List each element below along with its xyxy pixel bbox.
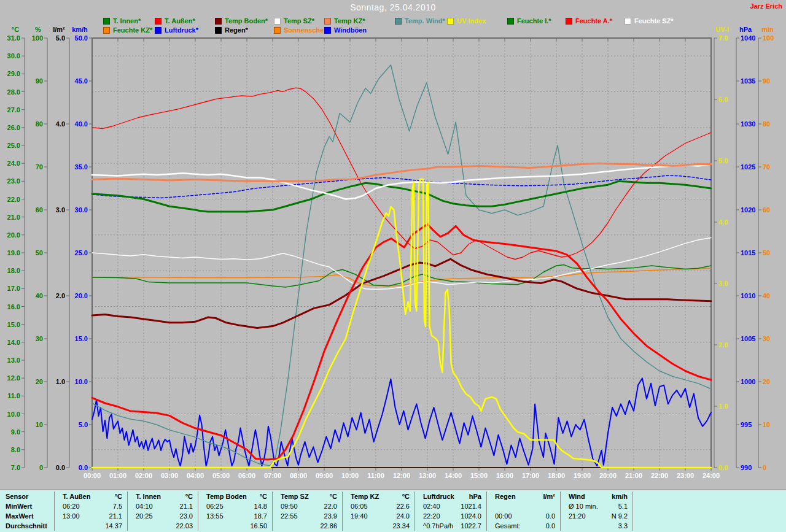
axis-tick-label-kmh: 20.0 [75,292,88,299]
x-axis-label: 16:00 [496,472,513,479]
row-label: Durchschnitt [0,522,54,530]
axis-tick-label-c: 20.0 [7,231,20,239]
x-axis-label: 00:00 [84,472,101,479]
stat-time: 19:40 [351,512,368,520]
axis-tick-label-hpa: 1025 [741,163,755,171]
stat-value: 21.1 [180,503,193,510]
stat-time: 04:10 [136,503,153,510]
stat-time: 02:40 [423,503,440,510]
stat-cell-wind: Windkm/h [560,492,632,501]
x-axis-label: 20:00 [599,472,617,479]
stat-time: Regen [495,493,516,500]
axis-tick-label-lm2: 5.0 [56,34,65,42]
series-line-feuchte-kz [92,268,711,286]
axis-tick-label-c: 10.0 [7,411,20,418]
stat-value: 1024.0 [461,512,481,520]
axis-tick-label-c: 21.0 [7,214,20,221]
stat-time: Temp KZ [351,493,379,500]
series-line-temp-aussen [92,224,711,460]
legend-color-box [103,27,110,34]
axis-tick-label-kmh: 10.0 [75,378,88,385]
stat-value: 22.86 [320,522,337,530]
legend-item-feuchte-a: Feuchte A.* [566,17,612,25]
legend-label: Windböen [334,26,367,34]
axis-tick-label-c: 15.0 [7,321,20,328]
legend-color-box [155,27,161,34]
x-axis-label: 02:00 [135,472,152,479]
x-axis-label: 09:00 [316,472,333,479]
axis-tick-label-c: 28.0 [7,88,20,96]
axis-tick-label-lm2: 2.0 [56,292,65,299]
stat-value: 23.9 [324,512,337,520]
axis-tick-label-kmh: 5.0 [79,421,88,428]
stat-time: Luftdruck [423,493,454,500]
legend-color-box [625,18,631,25]
legend-label: Feuchte SZ* [634,17,674,25]
stat-cell-temp-sz: Temp SZ°C [272,492,342,501]
x-axis-label: 18:00 [548,472,565,479]
series-line-feuchte-a [92,88,711,259]
stat-value: l/m² [543,493,555,500]
stat-cell-regen [486,501,560,511]
stat-cell-temp-kz: 23.34 [342,521,414,531]
legend-color-box [324,18,331,25]
axis-tick-label-c: 11.0 [7,392,20,399]
stat-value: 3.3 [618,522,628,530]
legend-row-2: Feuchte KZ*Luftdruck*Regen*SonnenscheinW… [0,26,786,34]
legend-item-feuchte-i: Feuchte I.* [507,17,551,25]
stat-value: °C [260,493,267,500]
axis-tick-label-uv: 5.0 [718,157,728,164]
x-axis-label: 05:00 [212,472,230,479]
stat-cell-temp-sz: 22.86 [272,521,342,531]
stat-value: 0.0 [546,522,555,530]
axis-tick-label-min: 60 [763,206,770,214]
table-filler [632,521,786,531]
axis-tick-label-lm2: 4.0 [56,120,65,128]
axis-tick-label-hpa: 1020 [741,206,755,214]
stat-cell-temp-kz: 06:0522.6 [342,501,414,511]
row-label: Sensor [0,493,54,500]
stat-cell-t-innen: T. Innen°C [127,492,198,501]
axis-tick-label-min: 40 [763,292,770,299]
x-axis-label: 14:00 [445,472,462,479]
series-line-temp-wind [92,65,711,466]
stat-cell-t-au-en: 06:207.5 [54,501,127,511]
axis-tick-label-uv: 4.0 [718,218,728,226]
stat-value: °C [185,493,193,500]
axis-tick-label-c: 26.0 [7,124,20,131]
axis-tick-label-pct: 70 [36,163,43,171]
stat-cell-luftdruck: 02:401021.4 [414,501,486,511]
stat-cell-temp-sz: 09:5022.0 [272,501,342,511]
legend-label: Sonnenschein [284,26,330,34]
stat-time: 13:00 [63,512,80,520]
legend-label: Feuchte KZ* [113,26,152,34]
stat-time: 06:05 [351,503,368,510]
axis-tick-label-pct: 0 [39,464,43,471]
axis-tick-label-lm2: 3.0 [56,206,65,214]
axis-tick-label-hpa: 1005 [741,335,755,342]
axis-tick-label-kmh: 15.0 [75,335,88,342]
axis-tick-label-c: 23.0 [7,177,20,185]
legend-item-temp-kz: Temp KZ* [324,17,365,25]
stat-time: 22:20 [423,512,440,520]
legend-color-box [566,18,572,25]
series-line-temp-kz [92,163,711,181]
statistics-table: SensorT. Außen°CT. Innen°CTemp Boden°CTe… [0,489,786,532]
axis-tick-label-min: 0 [763,464,766,471]
legend-label: Feuchte A.* [575,17,612,25]
stat-time: 13:55 [206,512,224,520]
axis-tick-label-min: 70 [763,163,770,171]
legend-item-t-innen: T. Innen* [103,17,141,25]
axis-tick-label-pct: 80 [36,120,43,128]
stat-cell-wind: 3.3 [560,521,632,531]
stat-time: 09:50 [281,503,298,510]
stat-value: 5.1 [618,503,628,510]
legend-item-sonnenschein: Sonnenschein [274,26,330,34]
stat-time: T. Außen [63,493,90,500]
stat-cell-regen: 00:000.0 [486,511,560,521]
axis-tick-label-c: 13.0 [7,357,20,364]
legend-label: UV Index [457,17,486,25]
table-filler [632,501,786,511]
table-row-sensor: SensorT. Außen°CT. Innen°CTemp Boden°CTe… [0,492,786,501]
axis-tick-label-uv: 7.0 [718,34,728,42]
